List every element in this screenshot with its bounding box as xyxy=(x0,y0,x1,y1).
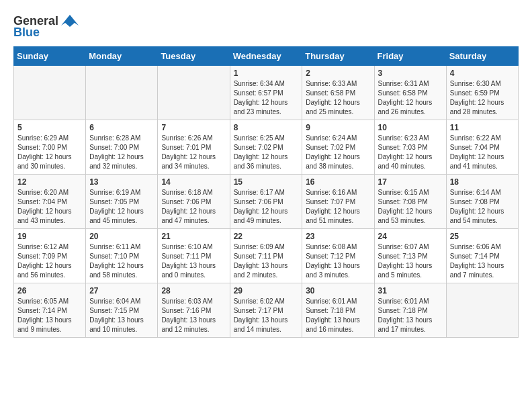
day-header-thursday: Thursday xyxy=(302,47,374,66)
day-info: Sunrise: 6:17 AM Sunset: 7:06 PM Dayligh… xyxy=(234,188,299,226)
day-info: Sunrise: 6:14 AM Sunset: 7:08 PM Dayligh… xyxy=(450,188,515,226)
day-info: Sunrise: 6:34 AM Sunset: 6:57 PM Dayligh… xyxy=(234,79,299,117)
day-number: 24 xyxy=(378,232,443,241)
day-info: Sunrise: 6:24 AM Sunset: 7:02 PM Dayligh… xyxy=(306,134,370,171)
day-number: 17 xyxy=(378,177,443,187)
day-number: 13 xyxy=(89,177,154,187)
day-number: 16 xyxy=(306,177,370,187)
calendar-cell: 30Sunrise: 6:01 AM Sunset: 7:18 PM Dayli… xyxy=(302,283,374,338)
day-header-wednesday: Wednesday xyxy=(230,47,302,66)
day-info: Sunrise: 6:28 AM Sunset: 7:00 PM Dayligh… xyxy=(89,134,154,171)
calendar-week-row: 19Sunrise: 6:12 AM Sunset: 7:09 PM Dayli… xyxy=(14,229,519,283)
logo-bird-icon xyxy=(61,13,79,28)
day-info: Sunrise: 6:06 AM Sunset: 7:14 PM Dayligh… xyxy=(450,242,515,280)
calendar-week-row: 26Sunrise: 6:05 AM Sunset: 7:14 PM Dayli… xyxy=(14,283,519,338)
calendar-cell: 6Sunrise: 6:28 AM Sunset: 7:00 PM Daylig… xyxy=(86,120,158,175)
day-number: 6 xyxy=(89,123,154,132)
calendar-cell: 22Sunrise: 6:09 AM Sunset: 7:11 PM Dayli… xyxy=(230,229,302,283)
day-number: 29 xyxy=(234,286,299,295)
day-number: 3 xyxy=(378,68,443,78)
day-header-sunday: Sunday xyxy=(14,47,86,66)
calendar-cell: 15Sunrise: 6:17 AM Sunset: 7:06 PM Dayli… xyxy=(230,175,302,229)
day-info: Sunrise: 6:16 AM Sunset: 7:07 PM Dayligh… xyxy=(306,188,370,226)
day-number: 28 xyxy=(161,286,226,295)
calendar-cell: 28Sunrise: 6:03 AM Sunset: 7:16 PM Dayli… xyxy=(158,283,230,338)
day-info: Sunrise: 6:01 AM Sunset: 7:18 PM Dayligh… xyxy=(306,297,370,334)
calendar-week-row: 5Sunrise: 6:29 AM Sunset: 7:00 PM Daylig… xyxy=(14,120,519,175)
day-number: 21 xyxy=(161,232,226,241)
calendar-week-row: 1Sunrise: 6:34 AM Sunset: 6:57 PM Daylig… xyxy=(14,66,519,120)
day-number: 27 xyxy=(89,286,154,295)
day-info: Sunrise: 6:09 AM Sunset: 7:11 PM Dayligh… xyxy=(234,242,299,280)
calendar-cell: 4Sunrise: 6:30 AM Sunset: 6:59 PM Daylig… xyxy=(446,66,518,120)
calendar-cell: 26Sunrise: 6:05 AM Sunset: 7:14 PM Dayli… xyxy=(14,283,86,338)
day-info: Sunrise: 6:01 AM Sunset: 7:18 PM Dayligh… xyxy=(378,297,443,334)
calendar-cell: 2Sunrise: 6:33 AM Sunset: 6:58 PM Daylig… xyxy=(302,66,374,120)
calendar-cell: 27Sunrise: 6:04 AM Sunset: 7:15 PM Dayli… xyxy=(86,283,158,338)
day-info: Sunrise: 6:04 AM Sunset: 7:15 PM Dayligh… xyxy=(89,297,154,334)
day-info: Sunrise: 6:19 AM Sunset: 7:05 PM Dayligh… xyxy=(89,188,154,226)
day-info: Sunrise: 6:20 AM Sunset: 7:04 PM Dayligh… xyxy=(17,188,82,226)
day-info: Sunrise: 6:10 AM Sunset: 7:11 PM Dayligh… xyxy=(161,242,226,280)
day-header-monday: Monday xyxy=(86,47,158,66)
calendar-cell: 14Sunrise: 6:18 AM Sunset: 7:06 PM Dayli… xyxy=(158,175,230,229)
calendar-cell: 23Sunrise: 6:08 AM Sunset: 7:12 PM Dayli… xyxy=(302,229,374,283)
day-number: 14 xyxy=(161,177,226,187)
calendar-cell: 24Sunrise: 6:07 AM Sunset: 7:13 PM Dayli… xyxy=(374,229,446,283)
day-number: 12 xyxy=(17,177,82,187)
header: General Blue xyxy=(13,13,519,40)
day-number: 26 xyxy=(17,286,82,295)
day-info: Sunrise: 6:05 AM Sunset: 7:14 PM Dayligh… xyxy=(17,297,82,334)
day-number: 23 xyxy=(306,232,370,241)
day-number: 9 xyxy=(306,123,370,132)
calendar-cell: 3Sunrise: 6:31 AM Sunset: 6:58 PM Daylig… xyxy=(374,66,446,120)
calendar-cell xyxy=(14,66,86,120)
day-info: Sunrise: 6:29 AM Sunset: 7:00 PM Dayligh… xyxy=(17,134,82,171)
day-number: 30 xyxy=(306,286,370,295)
calendar-cell: 1Sunrise: 6:34 AM Sunset: 6:57 PM Daylig… xyxy=(230,66,302,120)
calendar-cell: 16Sunrise: 6:16 AM Sunset: 7:07 PM Dayli… xyxy=(302,175,374,229)
calendar-cell: 13Sunrise: 6:19 AM Sunset: 7:05 PM Dayli… xyxy=(86,175,158,229)
day-number: 7 xyxy=(161,123,226,132)
calendar-cell: 29Sunrise: 6:02 AM Sunset: 7:17 PM Dayli… xyxy=(230,283,302,338)
day-number: 15 xyxy=(234,177,299,187)
day-info: Sunrise: 6:23 AM Sunset: 7:03 PM Dayligh… xyxy=(378,134,443,171)
calendar-cell: 12Sunrise: 6:20 AM Sunset: 7:04 PM Dayli… xyxy=(14,175,86,229)
calendar-cell xyxy=(86,66,158,120)
day-header-saturday: Saturday xyxy=(446,47,518,66)
calendar-cell: 21Sunrise: 6:10 AM Sunset: 7:11 PM Dayli… xyxy=(158,229,230,283)
calendar-cell: 31Sunrise: 6:01 AM Sunset: 7:18 PM Dayli… xyxy=(374,283,446,338)
day-info: Sunrise: 6:03 AM Sunset: 7:16 PM Dayligh… xyxy=(161,297,226,334)
day-number: 31 xyxy=(378,286,443,295)
day-number: 20 xyxy=(89,232,154,241)
day-info: Sunrise: 6:30 AM Sunset: 6:59 PM Dayligh… xyxy=(450,79,515,117)
calendar-cell xyxy=(446,283,518,338)
calendar-cell: 25Sunrise: 6:06 AM Sunset: 7:14 PM Dayli… xyxy=(446,229,518,283)
day-number: 22 xyxy=(234,232,299,241)
day-info: Sunrise: 6:22 AM Sunset: 7:04 PM Dayligh… xyxy=(450,134,515,171)
calendar-header-row: SundayMondayTuesdayWednesdayThursdayFrid… xyxy=(14,47,519,66)
calendar-cell: 10Sunrise: 6:23 AM Sunset: 7:03 PM Dayli… xyxy=(374,120,446,175)
logo: General Blue xyxy=(13,13,79,40)
day-header-tuesday: Tuesday xyxy=(158,47,230,66)
day-info: Sunrise: 6:26 AM Sunset: 7:01 PM Dayligh… xyxy=(161,134,226,171)
day-number: 10 xyxy=(378,123,443,132)
logo-blue-text: Blue xyxy=(13,26,40,40)
calendar-cell: 19Sunrise: 6:12 AM Sunset: 7:09 PM Dayli… xyxy=(14,229,86,283)
day-info: Sunrise: 6:15 AM Sunset: 7:08 PM Dayligh… xyxy=(378,188,443,226)
calendar-cell: 9Sunrise: 6:24 AM Sunset: 7:02 PM Daylig… xyxy=(302,120,374,175)
day-number: 1 xyxy=(234,68,299,78)
calendar-cell: 8Sunrise: 6:25 AM Sunset: 7:02 PM Daylig… xyxy=(230,120,302,175)
day-number: 18 xyxy=(450,177,515,187)
svg-marker-0 xyxy=(61,15,79,27)
calendar: SundayMondayTuesdayWednesdayThursdayFrid… xyxy=(13,46,519,338)
day-info: Sunrise: 6:25 AM Sunset: 7:02 PM Dayligh… xyxy=(234,134,299,171)
calendar-cell: 17Sunrise: 6:15 AM Sunset: 7:08 PM Dayli… xyxy=(374,175,446,229)
day-number: 5 xyxy=(17,123,82,132)
day-number: 4 xyxy=(450,68,515,78)
calendar-cell: 5Sunrise: 6:29 AM Sunset: 7:00 PM Daylig… xyxy=(14,120,86,175)
calendar-cell: 7Sunrise: 6:26 AM Sunset: 7:01 PM Daylig… xyxy=(158,120,230,175)
day-info: Sunrise: 6:02 AM Sunset: 7:17 PM Dayligh… xyxy=(234,297,299,334)
day-number: 8 xyxy=(234,123,299,132)
calendar-cell: 11Sunrise: 6:22 AM Sunset: 7:04 PM Dayli… xyxy=(446,120,518,175)
